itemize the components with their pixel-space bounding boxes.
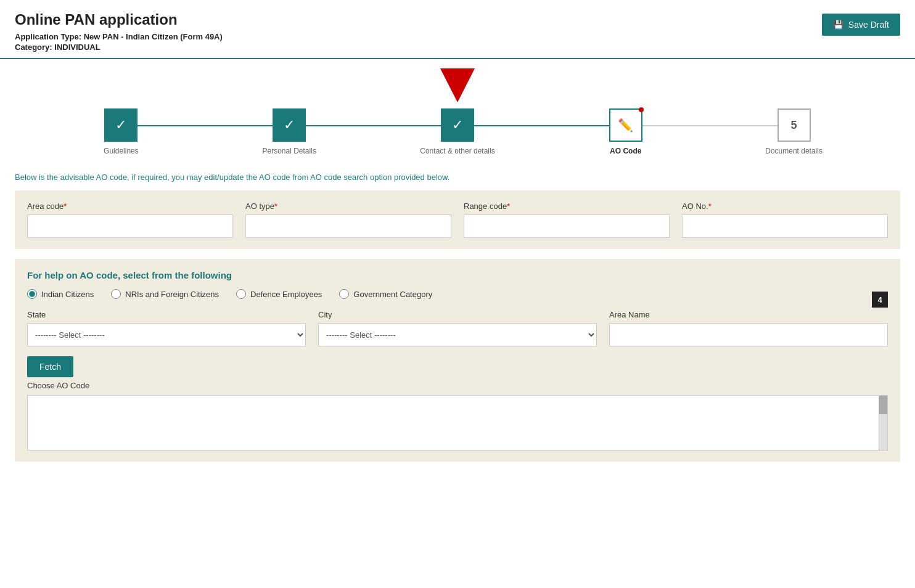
ao-fields-section: Area code* AO type* Range code* AO No.* bbox=[15, 190, 900, 249]
radio-nri[interactable]: NRIs and Foreign Citizens bbox=[111, 289, 219, 299]
badge-4: 4 bbox=[872, 292, 888, 308]
range-code-field: Range code* bbox=[464, 202, 670, 238]
step-contact-details: ✓ Contact & other details bbox=[374, 108, 542, 155]
step-circle-contact: ✓ bbox=[441, 108, 474, 142]
step-ao-code: ✏️ AO Code bbox=[541, 108, 710, 155]
area-code-field: Area code* bbox=[27, 202, 233, 238]
area-name-label: Area Name bbox=[609, 310, 888, 319]
help-section: For help on AO code, select from the fol… bbox=[15, 259, 900, 462]
category-info: Category: INDIVIDUAL bbox=[15, 43, 900, 52]
step-circle-personal: ✓ bbox=[273, 108, 306, 142]
city-dropdown-item: City -------- Select -------- bbox=[318, 310, 597, 346]
ao-type-label: AO type* bbox=[245, 202, 451, 211]
range-code-label: Range code* bbox=[464, 202, 670, 211]
area-name-input[interactable] bbox=[609, 323, 888, 346]
save-icon: 💾 bbox=[833, 20, 843, 30]
ao-type-input[interactable] bbox=[245, 214, 451, 238]
range-code-input[interactable] bbox=[464, 214, 670, 238]
step-personal-details: ✓ Personal Details bbox=[205, 108, 374, 155]
radio-govt[interactable]: Government Category bbox=[339, 289, 432, 299]
choose-ao-label: Choose AO Code bbox=[27, 381, 888, 390]
ao-type-field: AO type* bbox=[245, 202, 451, 238]
citizen-type-radio-group: Indian Citizens NRIs and Foreign Citizen… bbox=[27, 289, 432, 299]
state-dropdown-item: State -------- Select -------- bbox=[27, 310, 306, 346]
area-name-item: Area Name bbox=[609, 310, 888, 346]
state-select[interactable]: -------- Select -------- bbox=[27, 323, 306, 346]
city-label: City bbox=[318, 310, 597, 319]
page-title: Online PAN application bbox=[15, 11, 900, 28]
scrollbar[interactable] bbox=[879, 396, 887, 450]
step-document-details: 5 Document details bbox=[710, 108, 878, 155]
arrow-indicator bbox=[0, 59, 915, 102]
help-title: For help on AO code, select from the fol… bbox=[27, 270, 888, 280]
ao-no-label: AO No.* bbox=[682, 202, 888, 211]
fetch-button[interactable]: Fetch bbox=[27, 356, 73, 377]
radio-input-indian[interactable] bbox=[27, 289, 37, 299]
ao-no-field: AO No.* bbox=[682, 202, 888, 238]
location-dropdowns-row: State -------- Select -------- City ----… bbox=[27, 310, 888, 346]
step-circle-docs: 5 bbox=[778, 108, 811, 142]
radio-input-govt[interactable] bbox=[339, 289, 349, 299]
ao-table-area bbox=[27, 395, 888, 451]
radio-input-defence[interactable] bbox=[236, 289, 246, 299]
radio-indian-citizens[interactable]: Indian Citizens bbox=[27, 289, 94, 299]
app-type-info: Application Type: New PAN - Indian Citiz… bbox=[15, 32, 900, 41]
step-circle-ao-code: ✏️ bbox=[609, 108, 642, 142]
step-guidelines: ✓ Guidelines bbox=[37, 108, 205, 155]
radio-defence[interactable]: Defence Employees bbox=[236, 289, 322, 299]
step-circle-guidelines: ✓ bbox=[104, 108, 137, 142]
info-text: Below is the advisable AO code, if requi… bbox=[0, 168, 915, 190]
page-header: Online PAN application Application Type:… bbox=[0, 0, 915, 58]
radio-input-nri[interactable] bbox=[111, 289, 121, 299]
city-select[interactable]: -------- Select -------- bbox=[318, 323, 597, 346]
ao-no-input[interactable] bbox=[682, 214, 888, 238]
save-draft-button[interactable]: 💾 Save Draft bbox=[822, 14, 900, 36]
scrollbar-thumb[interactable] bbox=[879, 396, 887, 414]
area-code-input[interactable] bbox=[27, 214, 233, 238]
state-label: State bbox=[27, 310, 306, 319]
step-dot-ao bbox=[639, 107, 644, 112]
progress-stepper: ✓ Guidelines ✓ Personal Details ✓ Contac… bbox=[0, 102, 915, 168]
red-arrow-icon bbox=[440, 68, 475, 102]
area-code-label: Area code* bbox=[27, 202, 233, 211]
